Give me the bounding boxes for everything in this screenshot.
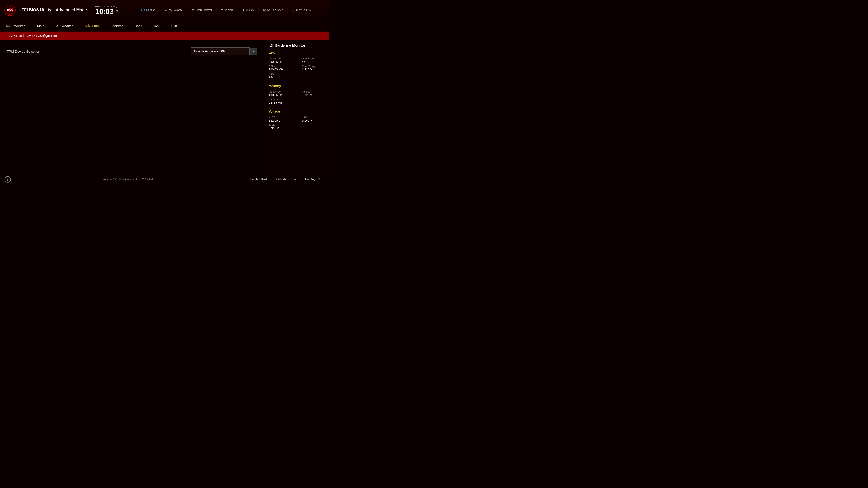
hw-volt-row-2: +3.3V 3.360 V	[269, 124, 324, 130]
tool-sep-2	[187, 7, 187, 13]
tpm-dropdown-value: Enable Firmware TPM	[194, 50, 225, 53]
nav-exit[interactable]: Exit	[165, 20, 183, 31]
hw-cpu-corevolt: Core Voltage 1.332 V	[302, 65, 324, 71]
tool-english[interactable]: 🌐 English	[139, 7, 158, 13]
hw-cpu-corevolt-val: 1.332 V	[302, 68, 324, 71]
main-layout: TPM Device Selection Enable Firmware TPM…	[0, 40, 329, 174]
time-area: 10:03 ⚙	[95, 8, 119, 15]
version-text: Version 2.21.1278 Copyright (C) 2022 AMI	[103, 178, 153, 181]
ezmode-label: EzMode(F7)	[276, 178, 291, 181]
bottom-right: Last Modified EzMode(F7) ⇒ Hot Keys ?	[246, 176, 324, 182]
monitor-icon: 🖥	[269, 43, 273, 48]
tool-memtest[interactable]: ▦ MemTest86	[290, 7, 313, 13]
tool-search[interactable]: ? Search	[219, 7, 235, 13]
nav-main[interactable]: Main	[31, 20, 51, 31]
hw-volt-12v: +12V 12.000 V	[269, 116, 291, 122]
hw-volt-5v-key: +5V	[302, 116, 324, 119]
hw-mem-capacity: Capacity 32768 MB	[269, 98, 291, 104]
breadcrumb-path: Advanced\PCH-FW Configuration	[9, 34, 57, 37]
header-divider-2	[131, 4, 131, 16]
nav-monitor[interactable]: Monitor	[105, 20, 129, 31]
hw-section-voltage-title: Voltage	[269, 109, 324, 114]
gear-icon[interactable]: ⚙	[116, 9, 119, 13]
datetime-area: 08/22/2022 Monday 10:03 ⚙	[95, 5, 127, 15]
hw-volt-row-1: +12V 12.000 V +5V 5.160 V	[269, 116, 324, 122]
last-modified-button[interactable]: Last Modified	[246, 176, 271, 182]
bottom-bar: i Version 2.21.1278 Copyright (C) 2022 A…	[0, 174, 329, 184]
hw-cpu-corevolt-key: Core Voltage	[302, 65, 324, 68]
last-modified-label: Last Modified	[250, 178, 267, 181]
setting-row-tpm: TPM Device Selection Enable Firmware TPM…	[7, 45, 257, 57]
time-display: 10:03	[95, 8, 114, 15]
hw-mem-volt: Voltage 1.120 V	[302, 90, 324, 97]
tool-qfan[interactable]: ⟳ Qfan Control	[190, 7, 214, 13]
info-icon-button[interactable]: i	[4, 176, 11, 183]
hw-cpu-row-2: BCLK 100.00 MHz Core Voltage 1.332 V	[269, 65, 324, 71]
tpm-dropdown-arrow[interactable]: ▼	[250, 48, 257, 55]
hw-mem-freq: Frequency 4800 MHz	[269, 90, 291, 97]
logo-area: ROG UEFI BIOS Utility – Advanced Mode	[4, 4, 87, 16]
hw-mem-volt-key: Voltage	[302, 90, 324, 93]
hw-mem-freq-val: 4800 MHz	[269, 93, 291, 97]
nav-my-favorites[interactable]: My Favorites	[0, 20, 31, 31]
memtest-icon: ▦	[292, 8, 295, 12]
nav-bar: My Favorites Main Ai Tweaker Advanced Mo…	[0, 20, 329, 32]
hot-keys-button[interactable]: Hot Keys ?	[301, 176, 324, 182]
hardware-monitor-panel: 🖥 Hardware Monitor CPU Frequency 4900 MH…	[264, 40, 329, 174]
hw-cpu-bclk-val: 100.00 MHz	[269, 68, 291, 71]
tool-sep-3	[216, 7, 217, 13]
header-tools: 🌐 English ★ MyFavorite ⟳ Qfan Control ? …	[139, 7, 325, 13]
hw-cpu-freq-key: Frequency	[269, 57, 291, 60]
ezmode-button[interactable]: EzMode(F7) ⇒	[271, 176, 301, 182]
star-icon: ★	[164, 8, 167, 12]
hw-mem-volt-val: 1.120 V	[302, 93, 324, 97]
hw-cpu-bclk: BCLK 100.00 MHz	[269, 65, 291, 71]
memtest-label: MemTest86	[296, 8, 311, 12]
hw-section-memory-title: Memory	[269, 84, 324, 89]
hw-volt-12v-val: 12.000 V	[269, 119, 291, 122]
tool-resizebar[interactable]: ⊞ ReSize BAR	[261, 7, 285, 13]
hw-cpu-ratio-key: Ratio	[269, 72, 291, 75]
hw-cpu-freq-val: 4900 MHz	[269, 60, 291, 64]
hw-mem-row-2: Capacity 32768 MB	[269, 98, 324, 104]
svg-text:ROG: ROG	[7, 9, 13, 12]
tool-aura[interactable]: ✦ AURA	[240, 7, 256, 13]
hw-mem-capacity-key: Capacity	[269, 98, 291, 101]
resizebar-icon: ⊞	[263, 8, 266, 12]
hw-monitor-title: 🖥 Hardware Monitor	[269, 43, 324, 48]
tool-myfavorite[interactable]: ★ MyFavorite	[162, 7, 185, 13]
bottom-left: i	[4, 176, 11, 183]
hw-cpu-freq: Frequency 4900 MHz	[269, 57, 291, 64]
hot-keys-icon: ?	[318, 177, 320, 181]
hw-volt-33v: +3.3V 3.360 V	[269, 124, 291, 130]
aura-icon: ✦	[242, 8, 245, 12]
tpm-control: Enable Firmware TPM ▼	[191, 47, 257, 55]
hw-mem-freq-key: Frequency	[269, 90, 291, 93]
ezmode-icon: ⇒	[293, 177, 296, 181]
search-label: Search	[224, 8, 233, 12]
breadcrumb-back-button[interactable]: ←	[4, 34, 8, 38]
nav-tool[interactable]: Tool	[147, 20, 165, 31]
tool-sep-4	[238, 7, 238, 13]
qfan-label: Qfan Control	[196, 8, 212, 12]
tpm-label: TPM Device Selection	[7, 50, 40, 53]
hw-cpu-row-1: Frequency 4900 MHz Temperature 45°C	[269, 57, 324, 64]
globe-icon: 🌐	[141, 8, 145, 12]
tpm-dropdown[interactable]: Enable Firmware TPM	[191, 47, 250, 55]
nav-advanced[interactable]: Advanced	[79, 20, 105, 31]
bios-title: UEFI BIOS Utility – Advanced Mode	[19, 8, 87, 12]
hw-cpu-temp-val: 45°C	[302, 60, 324, 64]
hw-mem-row-1: Frequency 4800 MHz Voltage 1.120 V	[269, 90, 324, 97]
hw-volt-33v-val: 3.360 V	[269, 127, 291, 130]
hw-cpu-ratio: Ratio 49x	[269, 72, 291, 79]
nav-ai-tweaker[interactable]: Ai Tweaker	[50, 20, 79, 31]
breadcrumb-bar: ← Advanced\PCH-FW Configuration	[0, 32, 329, 40]
hw-volt-33v-key: +3.3V	[269, 124, 291, 126]
rog-logo: ROG	[4, 4, 16, 16]
myfavorite-label: MyFavorite	[168, 8, 183, 12]
hw-cpu-temp: Temperature 45°C	[302, 57, 324, 64]
content-area: TPM Device Selection Enable Firmware TPM…	[0, 40, 264, 174]
hw-volt-5v-val: 5.160 V	[302, 119, 324, 122]
nav-boot[interactable]: Boot	[129, 20, 147, 31]
hw-mem-capacity-val: 32768 MB	[269, 101, 291, 104]
